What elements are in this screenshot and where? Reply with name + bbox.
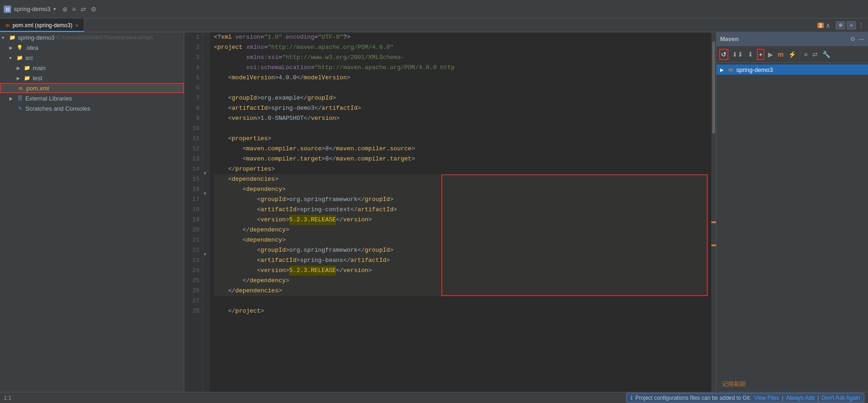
code-line-27 [214, 296, 708, 306]
sidebar-item-src[interactable]: ▾ 📁 src [0, 53, 184, 63]
maven-project-icon: m [727, 66, 734, 73]
code-line-20: </dependency> [214, 225, 708, 235]
code-line-16: <dependency> [214, 184, 708, 195]
maven-wrench-icon[interactable]: 🔧 [821, 50, 831, 59]
src-folder-icon: 📁 [16, 54, 23, 61]
gutter-fold-15[interactable]: ▼ [203, 171, 207, 176]
maven-panel: Maven ⚙ — ↺ ⬇⬇ ⬇ + ▶ m ⚡ ≡ ⇄ 🔧 ▶ m sprin… [716, 32, 868, 392]
sidebar-item-idea[interactable]: ▶ 💡 .idea [0, 42, 184, 53]
root-arrow: ▾ [2, 35, 7, 40]
maven-add-icon[interactable]: + [757, 49, 764, 60]
src-label: src [25, 54, 33, 61]
maven-arrows-icon[interactable]: ⇄ [811, 50, 819, 59]
maven-item-spring-demo3[interactable]: ▶ m spring-demo3 [716, 65, 868, 75]
inline-tool-close[interactable]: × [847, 21, 856, 30]
dependencies-container: <dependencies> <dependency> <groupId>org… [214, 174, 708, 296]
scratch-label: Scratches and Consoles [25, 105, 90, 112]
warning-up-icon[interactable]: ∧ [826, 22, 830, 29]
notification-sep2: | [817, 395, 819, 401]
scratch-icon: ✎ [16, 105, 23, 112]
code-line-28: </project> [214, 306, 708, 316]
maven-close-icon[interactable]: — [858, 36, 864, 42]
code-line-15: <dependencies> [214, 174, 708, 184]
code-line-18: <artifactId>spring-context</artifactId> [214, 205, 708, 215]
sidebar-item-pom-xml[interactable]: m pom.xml [0, 83, 184, 93]
title-dropdown-arrow[interactable]: ▾ [53, 6, 56, 12]
title-navigate-icon[interactable]: ⊕ [62, 6, 68, 13]
gutter-fold-21[interactable]: ▼ [203, 252, 207, 257]
code-line-12: <maven.compiler.source>8</maven.compiler… [214, 144, 708, 154]
tab-label: pom.xml (spring-demo3) [12, 22, 72, 29]
tab-bar: m pom.xml (spring-demo3) × 2 ∧ ⊕ × ⋮ [0, 18, 868, 32]
inline-tools: ⊕ × [836, 21, 856, 30]
code-line-3: xmlns:xsi="http://www.w3.org/2001/XMLSch… [214, 53, 708, 63]
more-actions-icon[interactable]: ⋮ [858, 22, 864, 29]
sidebar-item-scratches[interactable]: ✎ Scratches and Consoles [0, 103, 184, 113]
gutter-fold-16[interactable]: ▼ [203, 191, 207, 196]
line-numbers: 12345 678910 1112131415 1617181920 21222… [184, 32, 203, 392]
maven-settings-icon[interactable]: ⚙ [850, 36, 856, 42]
code-line-19: <version>5.2.3.RELEASE</version> [214, 215, 708, 225]
sidebar-item-root[interactable]: ▾ 📁 spring-demo3 C:\Users\3020104637\Des… [0, 32, 184, 42]
maven-logo-icon[interactable]: m [777, 50, 784, 59]
inline-tool-add[interactable]: ⊕ [836, 21, 845, 30]
code-editor[interactable]: <?xml version="1.0" encoding="UTF-8"?> <… [210, 32, 711, 392]
main-label: main [33, 65, 46, 71]
sidebar: ▾ 📁 spring-demo3 C:\Users\3020104637\Des… [0, 32, 184, 392]
code-line-23: <artifactId>spring-beans</artifactId> [214, 255, 708, 266]
scrollbar-marker-2 [711, 244, 716, 246]
code-line-4: xsi:schemaLocation="http://maven.apache.… [214, 63, 708, 73]
sidebar-item-external-libs[interactable]: ▶ 🗄 External Libraries [0, 93, 184, 103]
root-path: C:\Users\3020104637\Desktop\java-se\spri [57, 35, 153, 40]
editor-area: 12345 678910 1112131415 1617181920 21222… [184, 32, 716, 392]
root-label: spring-demo3 [18, 34, 55, 41]
scrollbar-thumb[interactable] [712, 41, 715, 134]
pom-icon: m [17, 84, 24, 92]
code-line-2: <project xmlns="http://maven.apache.org/… [214, 42, 708, 53]
notification-view-files[interactable]: View Files [754, 395, 779, 401]
idea-label: .idea [25, 44, 38, 51]
notification-text: Project configurations files can be adde… [635, 395, 751, 401]
notification-dont-ask[interactable]: Don't Ask Again [821, 395, 860, 401]
version-highlight-1: 5.2.3.RELEASE [289, 215, 336, 225]
maven-lightning-icon[interactable]: ⚡ [787, 50, 797, 59]
editor-scrollbar[interactable] [711, 32, 716, 392]
maven-note: 记得刷新 [716, 376, 868, 392]
maven-tree: ▶ m spring-demo3 [716, 63, 868, 376]
title-settings-icon[interactable]: ⚙ [91, 6, 97, 13]
main-content: ▾ 📁 spring-demo3 C:\Users\3020104637\Des… [0, 32, 868, 392]
idea-icon: 💡 [16, 44, 23, 51]
code-line-17: <groupId>org.springframework</groupId> [214, 195, 708, 205]
title-bar-title: spring-demo3 [14, 6, 51, 12]
maven-download-icon[interactable]: ⬇ [747, 50, 754, 59]
code-line-7: <groupId>org.example</groupId> [214, 93, 708, 103]
src-arrow: ▾ [9, 55, 15, 60]
maven-run-icon[interactable]: ▶ [767, 50, 774, 59]
code-line-10 [214, 124, 708, 134]
tab-pom-xml[interactable]: m pom.xml (spring-demo3) × [0, 18, 84, 32]
warning-badge: 2 [817, 23, 824, 28]
maven-reload-icon[interactable]: ↺ [719, 49, 728, 60]
maven-tree-arrow: ▶ [720, 67, 726, 72]
ext-arrow: ▶ [9, 96, 15, 101]
title-arrows-icon[interactable]: ⇄ [81, 6, 86, 13]
test-arrow: ▶ [17, 76, 22, 81]
notification-sep1: | [782, 395, 783, 401]
code-line-5: <modelVersion>4.0.0</modelVersion> [214, 73, 708, 83]
maven-separator-1 [800, 51, 800, 58]
sidebar-item-test[interactable]: ▶ 📁 test [0, 73, 184, 83]
maven-title: Maven [720, 36, 847, 42]
code-line-9: <version>1.0-SNAPSHOT</version> [214, 113, 708, 124]
tab-close-button[interactable]: × [75, 23, 78, 28]
notification-always-add[interactable]: Always Add [786, 395, 815, 401]
status-text: 1:1 [4, 395, 12, 401]
maven-item-label: spring-demo3 [736, 66, 773, 73]
maven-list-icon[interactable]: ≡ [803, 50, 809, 59]
code-line-22: <groupId>org.springframework</groupId> [214, 245, 708, 255]
notification-info-icon: ℹ [630, 394, 633, 401]
pom-label: pom.xml [26, 85, 49, 92]
title-structure-icon[interactable]: ≡ [72, 6, 76, 13]
maven-reimport-icon[interactable]: ⬇⬇ [731, 50, 744, 59]
code-line-24: <version>5.2.3.RELEASE</version> [214, 266, 708, 276]
sidebar-item-main[interactable]: ▶ 📁 main [0, 63, 184, 73]
